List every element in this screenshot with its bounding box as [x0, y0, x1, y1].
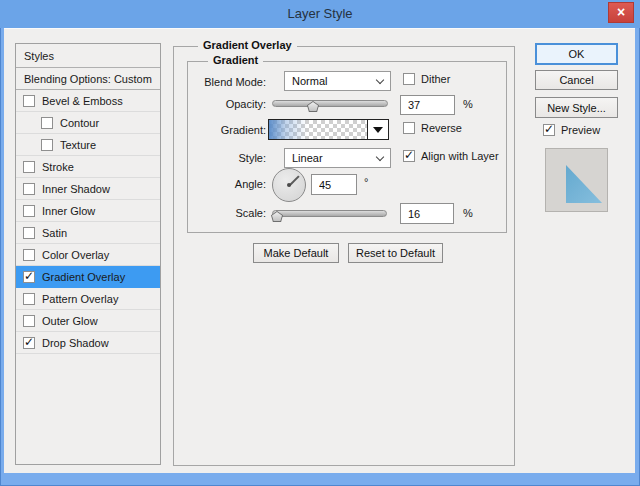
style-item-label: Satin [42, 227, 67, 239]
make-default-button[interactable]: Make Default [253, 243, 339, 263]
blend-mode-value: Normal [292, 75, 327, 87]
sidebar-item-pattern-overlay[interactable]: Pattern Overlay [16, 288, 160, 310]
opacity-input[interactable] [400, 95, 455, 115]
sidebar-item-texture[interactable]: Texture [16, 134, 160, 156]
angle-hub [287, 183, 291, 187]
align-with-layer-label: Align with Layer [421, 150, 499, 162]
style-item-label: Pattern Overlay [42, 293, 118, 305]
ok-button[interactable]: OK [535, 43, 618, 65]
style-item-label: Color Overlay [42, 249, 109, 261]
reverse-label: Reverse [421, 122, 462, 134]
opacity-unit: % [463, 98, 473, 110]
sidebar-item-inner-shadow[interactable]: Inner Shadow [16, 178, 160, 200]
style-enabled-checkbox[interactable] [23, 293, 35, 305]
scale-slider-track[interactable] [272, 210, 387, 217]
style-item-label: Bevel & Emboss [42, 95, 123, 107]
style-item-label: Inner Glow [42, 205, 95, 217]
sidebar-item-contour[interactable]: Contour [16, 112, 160, 134]
style-item-label: Stroke [42, 161, 74, 173]
style-select[interactable]: Linear [284, 148, 391, 168]
styles-list: Bevel & Emboss Contour Texture Stroke In… [16, 90, 160, 354]
style-enabled-checkbox[interactable] [23, 337, 35, 349]
blend-mode-select[interactable]: Normal [284, 71, 391, 91]
style-label: Style: [160, 152, 266, 164]
gradient-swatch[interactable] [268, 119, 389, 140]
new-style-button[interactable]: New Style... [535, 97, 618, 118]
blend-mode-label: Blend Mode: [160, 76, 266, 88]
angle-unit: ° [364, 176, 368, 188]
scale-slider-thumb[interactable] [271, 211, 283, 222]
dialog-body: Styles Blending Options: Custom Bevel & … [4, 28, 635, 473]
opacity-label: Opacity: [160, 98, 266, 110]
style-enabled-checkbox[interactable] [23, 95, 35, 107]
scale-input[interactable] [400, 203, 454, 224]
style-enabled-checkbox[interactable] [41, 117, 53, 129]
sidebar-item-satin[interactable]: Satin [16, 222, 160, 244]
style-enabled-checkbox[interactable] [23, 271, 35, 283]
style-value: Linear [292, 152, 323, 164]
reset-to-default-button[interactable]: Reset to Default [348, 243, 443, 263]
sidebar-item-blending-options[interactable]: Blending Options: Custom [16, 68, 160, 90]
subgroup-title: Gradient [208, 54, 263, 66]
dither-label: Dither [421, 73, 450, 85]
preview-label: Preview [561, 124, 600, 136]
chevron-down-icon [376, 153, 384, 161]
style-item-label: Gradient Overlay [42, 271, 125, 283]
style-enabled-checkbox[interactable] [23, 249, 35, 261]
style-item-label: Inner Shadow [42, 183, 110, 195]
reverse-checkbox[interactable] [403, 122, 415, 134]
dither-checkbox[interactable] [403, 73, 415, 85]
layer-style-dialog: Layer Style Styles Blending Options: Cus… [0, 0, 640, 486]
chevron-down-icon [376, 76, 384, 84]
styles-list-panel: Styles Blending Options: Custom Bevel & … [15, 43, 161, 465]
sidebar-item-drop-shadow[interactable]: Drop Shadow [16, 332, 160, 354]
style-enabled-checkbox[interactable] [23, 205, 35, 217]
sidebar-item-color-overlay[interactable]: Color Overlay [16, 244, 160, 266]
dither-checkbox-row[interactable]: Dither [403, 73, 450, 85]
style-enabled-checkbox[interactable] [23, 183, 35, 195]
style-enabled-checkbox[interactable] [23, 315, 35, 327]
opacity-slider-track[interactable] [272, 100, 388, 107]
sidebar-item-outer-glow[interactable]: Outer Glow [16, 310, 160, 332]
gradient-label: Gradient: [160, 124, 266, 136]
align-with-layer-checkbox[interactable] [403, 150, 415, 162]
scale-label: Scale: [160, 207, 266, 219]
sidebar-item-bevel-emboss[interactable]: Bevel & Emboss [16, 90, 160, 112]
dialog-title: Layer Style [0, 6, 640, 21]
cancel-button[interactable]: Cancel [535, 70, 618, 90]
preview-checkbox-row[interactable]: Preview [543, 124, 600, 136]
style-item-label: Contour [60, 117, 99, 129]
style-preview-thumbnail [545, 148, 608, 212]
sidebar-item-inner-glow[interactable]: Inner Glow [16, 200, 160, 222]
reverse-checkbox-row[interactable]: Reverse [403, 122, 462, 134]
angle-input[interactable] [311, 174, 357, 195]
preview-checkbox[interactable] [543, 124, 555, 136]
opacity-slider-thumb[interactable] [307, 101, 319, 112]
styles-header: Styles [16, 44, 160, 68]
style-enabled-checkbox[interactable] [41, 139, 53, 151]
preview-triangle-shape [566, 165, 602, 203]
angle-label: Angle: [160, 178, 266, 190]
style-enabled-checkbox[interactable] [23, 227, 35, 239]
sidebar-item-gradient-overlay[interactable]: Gradient Overlay [16, 266, 160, 288]
style-item-label: Texture [60, 139, 96, 151]
gradient-picker-arrow-icon[interactable] [367, 120, 388, 139]
close-button[interactable] [608, 2, 634, 23]
style-item-label: Outer Glow [42, 315, 98, 327]
titlebar[interactable]: Layer Style [0, 0, 640, 28]
sidebar-item-stroke[interactable]: Stroke [16, 156, 160, 178]
align-checkbox-row[interactable]: Align with Layer [403, 150, 499, 162]
scale-unit: % [463, 207, 473, 219]
angle-dial[interactable] [272, 168, 306, 202]
style-item-label: Drop Shadow [42, 337, 109, 349]
style-enabled-checkbox[interactable] [23, 161, 35, 173]
group-title: Gradient Overlay [198, 39, 297, 51]
